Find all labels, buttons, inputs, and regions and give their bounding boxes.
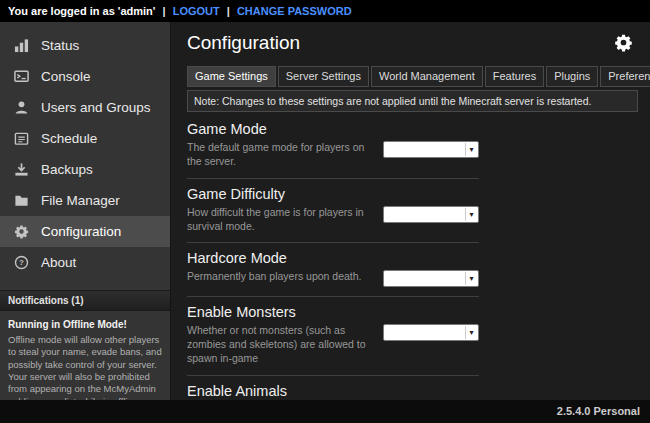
setting-description: How difficult the game is for players in… (187, 206, 375, 234)
setting-title: Enable Monsters (187, 304, 375, 320)
sidebar-item-users-and-groups[interactable]: Users and Groups (0, 92, 170, 123)
gear-icon (12, 223, 30, 241)
setting-title: Game Difficulty (187, 186, 375, 202)
version-label: 2.5.4.0 Personal (557, 405, 640, 417)
content-area: Status Console Users and Groups (0, 22, 650, 400)
game-difficulty-select[interactable]: ▾ (383, 206, 479, 223)
setting-title: Game Mode (187, 121, 375, 137)
sidebar-item-about[interactable]: ? About (0, 247, 170, 278)
tab-game-settings[interactable]: Game Settings (187, 66, 276, 87)
status-icon (12, 37, 30, 55)
sidebar-item-file-manager[interactable]: File Manager (0, 185, 170, 216)
status-bar: 2.5.4.0 Personal (0, 400, 650, 423)
chevron-down-icon: ▾ (465, 326, 477, 339)
setting-row: Game Difficulty How difficult the game i… (187, 179, 479, 244)
sidebar-item-label: Backups (41, 162, 93, 177)
sidebar-item-label: Schedule (41, 131, 97, 146)
setting-row: Hardcore Mode Permanently ban players up… (187, 243, 479, 297)
sidebar-item-label: Status (41, 38, 79, 53)
setting-description: The default game mode for players on the… (187, 141, 375, 169)
tab-server-settings[interactable]: Server Settings (278, 66, 369, 87)
main-header: Configuration (187, 32, 642, 54)
page-title: Configuration (187, 32, 300, 54)
setting-description: Permanently ban players upon death. (187, 270, 375, 284)
tab-plugins[interactable]: Plugins (546, 66, 598, 87)
setting-title: Hardcore Mode (187, 250, 375, 266)
enable-monsters-select[interactable]: ▾ (383, 324, 479, 341)
notification-title: Running in Offline Mode! (8, 318, 162, 331)
game-mode-select[interactable]: ▾ (383, 141, 479, 158)
config-tabs: Game Settings Server Settings World Mana… (187, 66, 642, 87)
app-window: You are logged in as 'admin' | LOGOUT | … (0, 0, 650, 423)
hardcore-mode-select[interactable]: ▾ (383, 270, 479, 287)
chevron-down-icon: ▾ (465, 272, 477, 285)
sidebar-item-label: About (41, 255, 76, 270)
notifications-header[interactable]: Notifications (1) (0, 290, 170, 311)
sidebar-item-label: File Manager (41, 193, 120, 208)
notification: Running in Offline Mode! Offline mode wi… (0, 311, 170, 400)
change-password-link[interactable]: CHANGE PASSWORD (237, 5, 352, 17)
setting-row: Enable Monsters Whether or not monsters … (187, 297, 479, 376)
setting-row: Enable Animals Whether or not friendly a… (187, 376, 479, 400)
sidebar-item-schedule[interactable]: Schedule (0, 123, 170, 154)
sidebar-item-console[interactable]: Console (0, 61, 170, 92)
tab-world-management[interactable]: World Management (371, 66, 483, 87)
tab-features[interactable]: Features (485, 66, 544, 87)
setting-row: Game Mode The default game mode for play… (187, 114, 479, 179)
main-panel: Configuration Game Settings Server Setti… (170, 22, 650, 400)
question-icon: ? (12, 254, 30, 272)
file-manager-icon (12, 192, 30, 210)
sidebar-item-backups[interactable]: Backups (0, 154, 170, 185)
sidebar-nav: Status Console Users and Groups (0, 22, 170, 278)
chevron-down-icon: ▾ (465, 208, 477, 221)
sidebar-item-label: Users and Groups (41, 100, 151, 115)
console-icon (12, 68, 30, 86)
setting-description: Whether or not monsters (such as zombies… (187, 324, 375, 366)
sidebar-item-configuration[interactable]: Configuration (0, 216, 170, 247)
schedule-icon (12, 130, 30, 148)
settings-gear-button[interactable] (614, 33, 634, 53)
logout-link[interactable]: LOGOUT (173, 5, 220, 17)
separator: | (163, 5, 166, 17)
svg-text:?: ? (19, 258, 24, 267)
sidebar-item-label: Console (41, 69, 91, 84)
logged-in-text: You are logged in as 'admin' (8, 5, 155, 17)
users-icon (12, 99, 30, 117)
sidebar-item-status[interactable]: Status (0, 30, 170, 61)
backups-icon (12, 161, 30, 179)
chevron-down-icon: ▾ (465, 143, 477, 156)
restart-note: Note: Changes to these settings are not … (187, 90, 638, 112)
sidebar: Status Console Users and Groups (0, 22, 170, 400)
session-bar: You are logged in as 'admin' | LOGOUT | … (0, 0, 650, 22)
settings-list: Game Mode The default game mode for play… (187, 114, 479, 400)
separator: | (227, 5, 230, 17)
setting-title: Enable Animals (187, 383, 375, 399)
sidebar-item-label: Configuration (41, 224, 121, 239)
notification-text: Offline mode will allow other players to… (8, 334, 162, 400)
tab-preferences[interactable]: Preferences (600, 66, 650, 87)
